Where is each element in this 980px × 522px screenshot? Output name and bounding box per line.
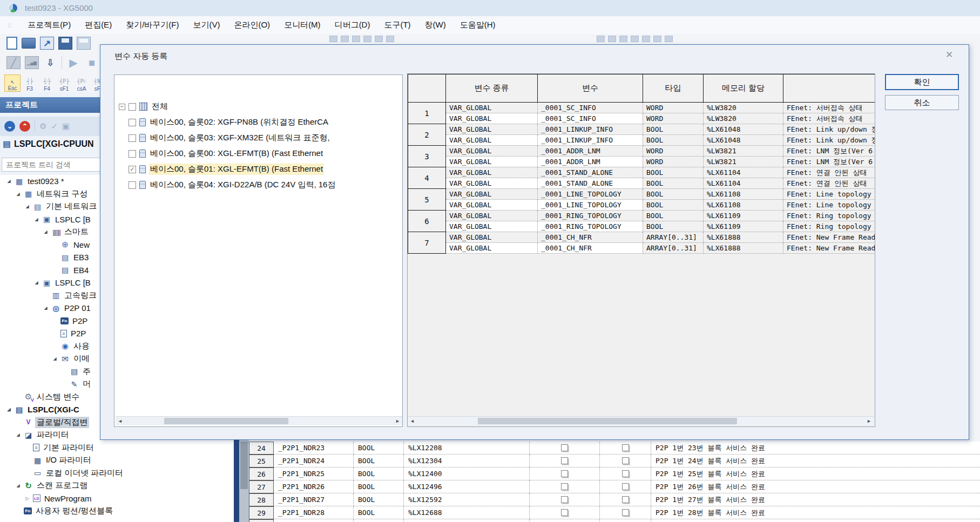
tree-expander-icon[interactable]: ◢ <box>42 229 49 234</box>
init-cell[interactable] <box>600 442 651 455</box>
memory-cell[interactable]: %LX12688 <box>404 506 530 519</box>
type-cell[interactable]: BOOL <box>354 480 404 493</box>
comment-cell[interactable]: FEnet: LNM 정보(Ver 6 <box>783 146 875 157</box>
variable-cell[interactable]: _0001_CH_NFR <box>538 232 643 243</box>
tree-expander-icon[interactable]: ◢ <box>33 217 40 222</box>
type-cell[interactable]: BOOL <box>643 211 704 221</box>
column-header[interactable] <box>783 74 875 103</box>
variable-cell[interactable]: _P2P1_NDR29 <box>274 519 354 522</box>
checkbox[interactable] <box>561 483 568 490</box>
variable-cell[interactable]: _0001_SC_INFO <box>538 113 643 124</box>
retain-cell[interactable] <box>530 455 600 467</box>
kind-cell[interactable]: VAR_GLOBAL <box>446 232 538 243</box>
grid-row[interactable]: VAR_GLOBAL _0001_LINE_TOPOLOGY BOOL %LX6… <box>408 200 875 211</box>
type-cell[interactable]: BOOL <box>354 506 404 519</box>
cancel-button[interactable]: 취소 <box>885 95 959 110</box>
type-cell[interactable]: BOOL <box>354 519 404 522</box>
kind-cell[interactable]: VAR_GLOBAL <box>446 135 538 146</box>
variable-cell[interactable]: _0001_LINKUP_INFO <box>538 124 643 135</box>
kind-cell[interactable]: VAR_GLOBAL <box>446 157 538 167</box>
checkbox[interactable] <box>622 457 629 464</box>
comment-cell[interactable]: P2P 1번 24번 블록 서비스 완료 <box>651 455 980 467</box>
memory-cell[interactable]: %LX61048 <box>704 135 783 146</box>
ladder-tool-button[interactable]: ↖ Esc <box>4 74 21 92</box>
ladder-tool-button[interactable]: ┤P⊦ csA <box>73 74 90 92</box>
checkbox[interactable] <box>622 509 629 516</box>
checkbox[interactable] <box>561 470 568 477</box>
plc-selector[interactable]: LSPLC[XGI-CPUUN <box>2 139 94 149</box>
init-cell[interactable] <box>600 467 651 480</box>
column-header[interactable] <box>408 74 446 103</box>
kind-cell[interactable]: VAR_GLOBAL <box>446 221 538 232</box>
tree-expander-icon[interactable]: ◢ <box>15 192 22 196</box>
variable-cell[interactable]: _0001_LINKUP_INFO <box>538 135 643 146</box>
grid-row[interactable]: 7 VAR_GLOBAL _0001_CH_NFR ARRAY[0..31] %… <box>408 232 875 243</box>
type-cell[interactable]: BOOL <box>643 135 704 146</box>
memory-cell[interactable]: %LW3821 <box>704 157 783 167</box>
comment-cell[interactable]: P2P 1번 25번 블록 서비스 완료 <box>651 467 980 480</box>
comment-cell[interactable]: FEnet: 서버접속 상태 <box>783 113 875 124</box>
retain-cell[interactable] <box>530 442 600 455</box>
table-row[interactable]: 26 _P2P1_NDR25 BOOL %LX12400 P2P 1번 25번 … <box>249 467 980 480</box>
column-header[interactable]: 변수 종류 <box>446 74 538 103</box>
comment-cell[interactable]: P2P 1번 29번 블록 서비스 완료 <box>651 519 980 522</box>
ladder-tool-button[interactable]: ┤├ F3 <box>22 74 38 92</box>
variable-cell[interactable]: _0001_ADDR_LNM <box>538 157 643 167</box>
table-row[interactable]: 27 _P2P1_NDR26 BOOL %LX12496 P2P 1번 26번 … <box>249 480 980 493</box>
grid-row[interactable]: VAR_GLOBAL _0001_LINKUP_INFO BOOL %LX610… <box>408 135 875 146</box>
memory-cell[interactable]: %LW3821 <box>704 146 783 157</box>
project-tree-item[interactable]: 사용자 펑션/펑션블록 <box>0 505 234 518</box>
memory-cell[interactable]: %LX12208 <box>404 442 530 455</box>
menu-item[interactable]: 창(W) <box>418 18 453 32</box>
menu-item[interactable]: 편집(E) <box>78 18 119 32</box>
comment-cell[interactable]: FEnet: Ring topology <box>783 221 875 232</box>
checkbox[interactable] <box>561 444 568 451</box>
variable-cell[interactable]: _0001_SC_INFO <box>538 103 643 113</box>
variable-cell[interactable]: _0001_STAND_ALONE <box>538 167 643 178</box>
variable-cell[interactable]: _0001_STAND_ALONE <box>538 178 643 189</box>
memory-cell[interactable]: %LX12784 <box>404 519 530 522</box>
comment-cell[interactable]: P2P 1번 27번 블록 서비스 완료 <box>651 493 980 506</box>
menu-item[interactable]: 도구(T) <box>377 18 417 32</box>
toolbar-icon[interactable] <box>85 56 99 69</box>
toolbar-icon[interactable] <box>6 56 21 69</box>
comment-cell[interactable]: FEnet: 서버접속 상태 <box>783 103 875 113</box>
project-tree-item[interactable]: 기본 파라미터 <box>0 442 234 455</box>
table-row[interactable]: 25 _P2P1_NDR24 BOOL %LX12304 P2P 1번 24번 … <box>249 455 980 467</box>
memory-cell[interactable]: %LX61048 <box>704 124 783 135</box>
grid-row[interactable]: VAR_GLOBAL _0001_ADDR_LNM WORD %LW3821 F… <box>408 157 875 167</box>
grid-row[interactable]: 6 VAR_GLOBAL _0001_RING_TOPOLOGY BOOL %L… <box>408 211 875 221</box>
horizontal-scrollbar[interactable]: ◄ ► <box>116 416 402 425</box>
type-cell[interactable]: WORD <box>643 146 704 157</box>
memory-cell[interactable]: %LX61109 <box>704 221 783 232</box>
toolbar-icon[interactable] <box>77 37 91 50</box>
menu-item[interactable]: 도움말(H) <box>453 18 503 32</box>
menu-item[interactable]: 디버그(D) <box>328 18 377 32</box>
memory-cell[interactable]: %LW3820 <box>704 103 783 113</box>
init-cell[interactable] <box>600 519 651 522</box>
comment-cell[interactable]: P2P 1번 23번 블록 서비스 완료 <box>651 442 980 455</box>
project-tree-item[interactable]: ◢ 스캔 프로그램 <box>0 479 234 492</box>
init-cell[interactable] <box>600 480 651 493</box>
tree-expander-icon[interactable]: ▷ <box>24 496 31 501</box>
column-header[interactable]: 메모리 할당 <box>704 74 783 103</box>
grid-row[interactable]: VAR_GLOBAL _0001_SC_INFO WORD %LW3820 FE… <box>408 113 875 124</box>
table-row[interactable]: 28 _P2P1_NDR27 BOOL %LX12592 P2P 1번 27번 … <box>249 493 980 506</box>
memory-cell[interactable]: %LX12496 <box>404 480 530 493</box>
checkbox[interactable] <box>561 509 568 516</box>
comment-cell[interactable]: FEnet: Link up/down 정 <box>783 124 875 135</box>
tree-expander-icon[interactable]: ◢ <box>24 204 31 209</box>
scrollbar-thumb[interactable] <box>240 442 248 489</box>
tree-collapse-icon[interactable]: − <box>119 104 125 110</box>
memory-cell[interactable]: %LX61888 <box>704 243 783 254</box>
module-tree-item[interactable]: 베이스00, 슬롯01: XGL-EFMT(B) (Fast Ethernet <box>114 161 402 177</box>
tree-expander-icon[interactable]: ◢ <box>51 356 58 361</box>
scroll-left-icon[interactable]: ◄ <box>116 417 125 425</box>
scroll-right-icon[interactable]: ► <box>393 417 402 425</box>
grid-row[interactable]: VAR_GLOBAL _0001_CH_NFR ARRAY[0..31] %LX… <box>408 243 875 254</box>
retain-cell[interactable] <box>530 519 600 522</box>
toolbar-icon[interactable] <box>25 56 39 69</box>
variable-cell[interactable]: _P2P1_NDR23 <box>274 442 354 455</box>
toolbar-icon[interactable] <box>40 37 54 50</box>
type-cell[interactable]: WORD <box>643 113 704 124</box>
